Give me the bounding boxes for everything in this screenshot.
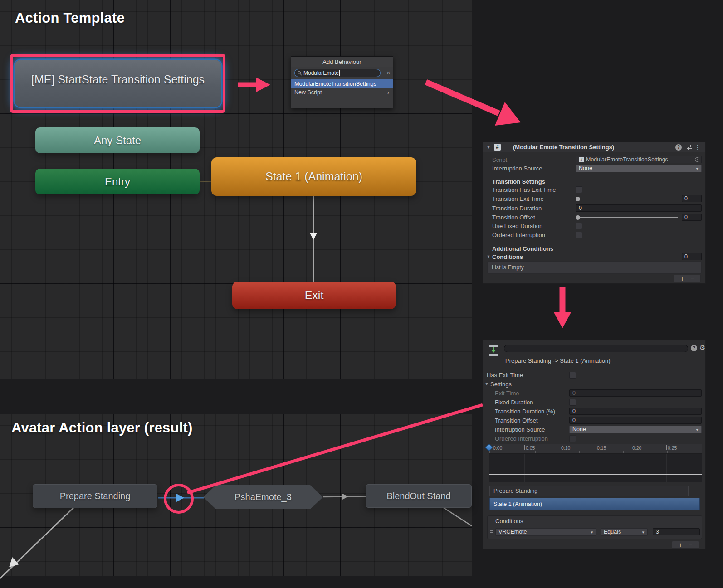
transition-label: Prepare Standing -> State 1 (Animation) (505, 357, 611, 364)
timeline-bar-destination[interactable]: State 1 (Animation) (489, 498, 700, 510)
state-node-psha-emote[interactable]: PshaEmote_3 (203, 485, 323, 509)
state-node-entry[interactable]: Entry (35, 169, 200, 194)
transition-name-field[interactable] (504, 345, 688, 352)
state-node-any-state[interactable]: Any State (35, 127, 200, 153)
text-caret (339, 70, 340, 76)
slider-knob[interactable] (576, 197, 580, 201)
interruption-source-dropdown[interactable]: None ▼ (569, 426, 702, 433)
script-icon: # (494, 144, 501, 151)
drag-handle-icon[interactable]: = (490, 528, 493, 535)
timeline-tick: 0:15 (596, 445, 606, 451)
condition-value-field[interactable]: 3 (653, 528, 700, 535)
transition-timeline[interactable]: 0:00 0:05 0:10 0:15 0:20 0:25 Prepare St… (489, 444, 702, 510)
state-node-state1[interactable]: State 1 (Animation) (211, 157, 416, 196)
timeline-tick: 0:05 (524, 445, 535, 451)
field-label: Ordered Interruption (492, 231, 545, 239)
field-label: Script (492, 156, 507, 164)
exit-time-value[interactable]: 0 (682, 195, 702, 202)
field-label: Has Exit Time (487, 371, 523, 379)
transition-duration-field[interactable]: 0 (576, 204, 702, 212)
foldout-arrow-icon[interactable]: ▼ (486, 253, 491, 261)
has-exit-time-checkbox[interactable] (576, 186, 582, 193)
field-label: Transition Duration (492, 204, 542, 212)
timeline-tick: 0:00 (492, 445, 502, 451)
help-icon[interactable]: ? (691, 345, 697, 351)
slider-knob[interactable] (576, 215, 580, 220)
section-header: Additional Conditions (492, 245, 553, 253)
field-label: Transition Duration (%) (495, 408, 555, 415)
add-condition-button[interactable]: + (680, 276, 684, 282)
remove-condition-button[interactable]: − (690, 276, 694, 282)
settings-foldout[interactable]: Settings (490, 380, 512, 388)
preset-icon[interactable] (686, 145, 693, 150)
field-label: Interruption Source (492, 165, 542, 172)
annotation-arrowhead-icon (495, 102, 521, 126)
timeline-bar-source[interactable]: Prepare Standing (489, 486, 689, 496)
kebab-menu-icon[interactable]: ⋮ (694, 144, 701, 151)
state-node-exit[interactable]: Exit (232, 282, 396, 309)
conditions-size-field[interactable]: 0 (682, 253, 702, 260)
has-exit-time-checkbox[interactable] (569, 372, 576, 379)
timeline-curve-area[interactable] (489, 454, 702, 482)
field-label: Fixed Duration (495, 398, 533, 406)
foldout-arrow-icon[interactable]: ▼ (486, 144, 491, 151)
transition-duration-field[interactable]: 0 (569, 408, 702, 415)
inspector-transition-panel: ? ⚙ Prepare Standing -> State 1 (Animati… (483, 340, 706, 549)
gear-icon[interactable]: ⚙ (699, 344, 705, 352)
divider (488, 526, 702, 526)
field-label: Transition Offset (492, 214, 535, 221)
fixed-duration-checkbox[interactable] (569, 399, 576, 406)
clear-search-icon[interactable]: × (386, 70, 390, 76)
add-behaviour-popup: Add Behaviour ModularEmote × ModularEmot… (291, 56, 393, 108)
page-title-template: Action Template (15, 10, 125, 26)
menu-item-modular-emote[interactable]: ModularEmoteTransitionSettings (291, 79, 393, 88)
search-icon (297, 71, 302, 76)
annotation-highlight-box (10, 54, 225, 113)
chevron-down-icon: ▼ (590, 529, 594, 536)
field-label: Transition Exit Time (492, 195, 544, 203)
popup-title: Add Behaviour (291, 57, 393, 67)
remove-condition-button[interactable]: − (689, 542, 692, 548)
field-label: Exit Time (495, 389, 519, 397)
playhead-line[interactable] (489, 450, 489, 510)
condition-operator-dropdown[interactable]: Equals ▼ (601, 528, 648, 536)
list-footer: + − (674, 275, 701, 282)
inspector-behaviour-panel: ▼ # (Modular Emote Transition Settings) … (483, 142, 706, 284)
field-label: Transition Offset (495, 417, 538, 424)
conditions-header: Conditions (495, 517, 523, 526)
menu-item-new-script[interactable]: New Script › (291, 88, 393, 97)
divider (483, 369, 705, 369)
screenshot-root: Action Template Avatar Action layer (res… (0, 0, 723, 588)
annotation-arrowhead-icon (554, 312, 571, 328)
conditions-box: Conditions = VRCEmote ▼ Equals ▼ 3 (487, 515, 702, 539)
script-icon: # (579, 157, 584, 162)
chevron-right-icon: › (387, 89, 389, 96)
field-label: Ordered Interruption (495, 435, 548, 442)
ordered-interruption-checkbox[interactable] (576, 232, 582, 238)
section-header: Transition Settings (492, 178, 545, 185)
transition-offset-field[interactable]: 0 (569, 417, 702, 424)
chevron-down-icon: ▼ (695, 165, 699, 172)
foldout-arrow-icon[interactable]: ▼ (484, 380, 489, 388)
use-fixed-duration-checkbox[interactable] (576, 223, 582, 229)
page-title-result: Avatar Action layer (result) (11, 420, 193, 436)
timeline-tick: 0:25 (666, 445, 677, 451)
conditions-empty-list: List is Empty (487, 261, 702, 274)
state-node-blendout-stand[interactable]: BlendOut Stand (366, 484, 472, 508)
search-input[interactable]: ModularEmote (294, 69, 381, 77)
behaviour-header[interactable]: ▼ # (Modular Emote Transition Settings) … (483, 142, 705, 152)
conditions-foldout[interactable]: Conditions (492, 253, 523, 261)
timeline-tick: 0:10 (560, 445, 570, 451)
condition-parameter-dropdown[interactable]: VRCEmote ▼ (495, 528, 596, 536)
script-object-field[interactable]: # ModularEmoteTransitionSettings (576, 156, 702, 163)
transition-offset-value[interactable]: 0 (682, 214, 702, 221)
state-node-prepare-standing[interactable]: Prepare Standing (33, 484, 157, 508)
transition-offset-slider[interactable] (576, 214, 678, 221)
timeline-ruler[interactable]: 0:00 0:05 0:10 0:15 0:20 0:25 (489, 444, 702, 454)
exit-time-slider[interactable] (576, 195, 678, 203)
object-picker-icon[interactable] (695, 157, 699, 162)
add-condition-button[interactable]: + (679, 542, 682, 548)
interruption-source-dropdown[interactable]: None ▼ (576, 165, 702, 172)
help-icon[interactable]: ? (675, 144, 682, 151)
search-value: ModularEmote (303, 70, 339, 76)
